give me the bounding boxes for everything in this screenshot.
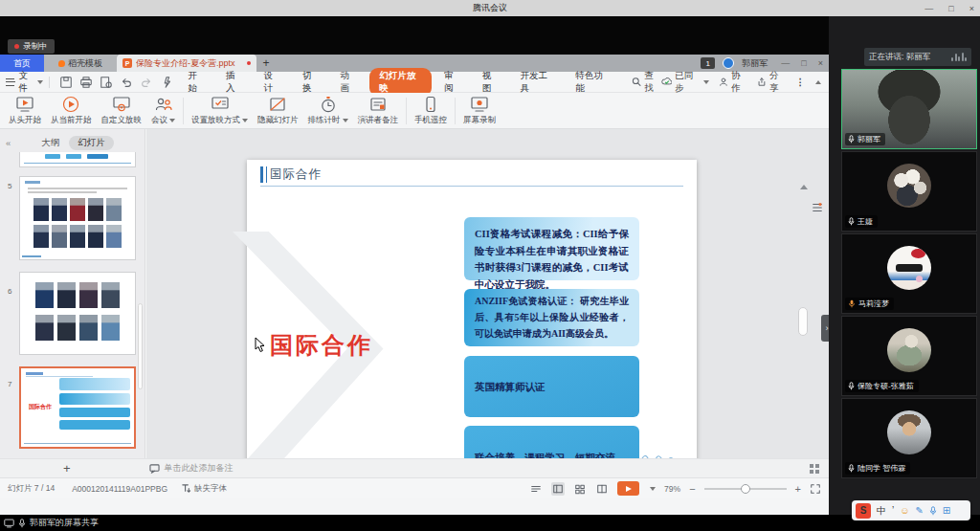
slide-textbox-3[interactable]: 英国精算师认证 bbox=[464, 356, 639, 417]
cloud-synced-icon bbox=[661, 77, 672, 87]
participant-tile[interactable]: 王婕 bbox=[841, 151, 977, 232]
tab-slides[interactable]: 幻灯片 bbox=[69, 136, 114, 150]
play-options-caret-icon[interactable] bbox=[650, 487, 656, 491]
recording-badge[interactable]: 录制中 bbox=[8, 39, 55, 54]
participant-tile[interactable]: 陆同学 智伟霖 bbox=[841, 398, 977, 478]
panel-collapse-icon[interactable]: « bbox=[6, 138, 11, 148]
zoom-in-button[interactable]: + bbox=[795, 483, 801, 495]
ime-pen-icon[interactable]: ✎ bbox=[915, 505, 923, 516]
participant-tile[interactable]: 保险专硕-张雅茹 bbox=[841, 316, 977, 396]
docer-flame-icon bbox=[58, 60, 65, 67]
hide-slide-button[interactable]: 隐藏幻灯片 bbox=[253, 94, 303, 128]
message-count-badge[interactable]: 1 bbox=[701, 57, 715, 69]
undo-icon[interactable] bbox=[120, 76, 133, 89]
reading-view-icon[interactable] bbox=[595, 482, 609, 496]
screen-record-button[interactable]: 屏幕录制 bbox=[458, 94, 501, 128]
slide-heading[interactable]: 国际合作 bbox=[270, 166, 322, 183]
preview-icon[interactable] bbox=[100, 76, 113, 89]
add-slide-button[interactable]: + bbox=[63, 461, 71, 476]
phone-remote-button[interactable]: 手机遥控 bbox=[410, 94, 452, 128]
slide-textbox-2[interactable]: ANZIIF免试资格认证： 研究生毕业后、具有5年以上保险从业经验者，可以免试申… bbox=[464, 289, 639, 346]
wps-close-button[interactable]: × bbox=[818, 58, 823, 68]
ime-emoji-icon[interactable]: ☺ bbox=[900, 505, 909, 516]
tab-templates[interactable]: 稻壳模板 bbox=[44, 55, 117, 72]
file-caret-icon bbox=[37, 80, 43, 84]
wps-minimize-button[interactable]: — bbox=[781, 58, 790, 68]
slide-sorter-view-icon[interactable] bbox=[573, 482, 587, 496]
hamburger-icon[interactable] bbox=[6, 78, 14, 86]
tab-outline[interactable]: 大纲 bbox=[41, 137, 59, 149]
close-button[interactable]: × bbox=[969, 4, 974, 13]
wps-maximize-button[interactable]: □ bbox=[801, 58, 806, 68]
share-button[interactable]: 分享 bbox=[757, 70, 786, 95]
normal-view-icon[interactable] bbox=[551, 482, 565, 496]
collapse-ribbon-icon[interactable] bbox=[815, 80, 821, 84]
menu-features[interactable]: 特色功能 bbox=[565, 70, 620, 95]
menu-devtools[interactable]: 开发工具 bbox=[510, 70, 566, 95]
slide-thumbnail-7-selected[interactable]: 国际合作 bbox=[19, 366, 136, 449]
menu-file[interactable]: 文件 bbox=[18, 70, 35, 95]
account-name[interactable]: 郭丽军 bbox=[742, 57, 768, 70]
ime-punctuation-icon[interactable]: ’ bbox=[892, 505, 894, 516]
setup-show-button[interactable]: 设置放映方式 bbox=[187, 94, 253, 128]
slide-thumbnail-partial[interactable] bbox=[19, 152, 136, 167]
menu-design[interactable]: 设计 bbox=[254, 70, 292, 95]
account-avatar[interactable] bbox=[723, 57, 734, 69]
redo-icon[interactable] bbox=[140, 76, 153, 89]
menu-view[interactable]: 视图 bbox=[472, 70, 510, 95]
slide-layout-grid-icon[interactable] bbox=[810, 464, 819, 474]
missing-font-label[interactable]: 缺失字体 bbox=[194, 483, 227, 495]
slide-thumbnail-6[interactable] bbox=[19, 272, 136, 355]
custom-slideshow-button[interactable]: 自定义放映 bbox=[97, 94, 147, 128]
find-button[interactable]: 查找 bbox=[632, 70, 661, 95]
mic-icon bbox=[848, 464, 855, 473]
menu-insert[interactable]: 插入 bbox=[215, 70, 254, 95]
slide-7[interactable]: 国际合作 国际合作 CII资格考试课程减免：CII给予保险专业本科生在申请其职业… bbox=[247, 160, 697, 458]
minimize-button[interactable]: — bbox=[924, 4, 933, 13]
menu-review[interactable]: 审阅 bbox=[434, 70, 472, 95]
meeting-button[interactable]: 会议 bbox=[146, 94, 180, 128]
ime-mode-chinese[interactable]: 中 bbox=[877, 504, 886, 518]
sogou-logo-icon[interactable]: S bbox=[856, 503, 871, 519]
zoom-slider[interactable] bbox=[704, 488, 787, 490]
slide-side-label[interactable]: 国际合作 bbox=[270, 330, 373, 361]
avatar bbox=[887, 410, 931, 454]
slide-textbox-4[interactable]: 联合培养、课程学习、短期交流 bbox=[464, 426, 639, 458]
canvas-scrollbar[interactable] bbox=[798, 307, 808, 336]
participant-tile[interactable]: 马莉滢梦 bbox=[841, 233, 977, 314]
layout-options-icon[interactable] bbox=[812, 202, 823, 213]
notes-placeholder[interactable]: 单击此处添加备注 bbox=[165, 462, 234, 475]
menu-transition[interactable]: 切换 bbox=[292, 70, 330, 95]
fullscreen-icon[interactable] bbox=[810, 483, 821, 495]
menu-start[interactable]: 开始 bbox=[177, 70, 215, 95]
zoom-out-button[interactable]: − bbox=[689, 483, 695, 495]
presenter-notes-button[interactable]: 演讲者备注 bbox=[353, 94, 404, 128]
outline-view-icon[interactable] bbox=[529, 482, 543, 496]
sync-status[interactable]: 已同步 bbox=[661, 70, 710, 95]
slide-canvas-area[interactable]: 国际合作 国际合作 CII资格考试课程减免：CII给予保险专业本科生在申请其职业… bbox=[146, 129, 829, 458]
ime-toolbar[interactable]: S 中 ’ ☺ ✎ ⊞ bbox=[852, 500, 970, 520]
title-bars-icon bbox=[260, 166, 267, 183]
slide-thumbnail-5[interactable] bbox=[19, 176, 136, 260]
ime-mic-icon[interactable] bbox=[929, 506, 937, 516]
thumbnail-scrollbar[interactable] bbox=[138, 303, 143, 389]
play-from-current-button[interactable]: 从当前开始 bbox=[46, 94, 97, 128]
scroll-up-icon[interactable] bbox=[800, 185, 808, 189]
slide-textbox-1[interactable]: CII资格考试课程减免：CII给予保险专业本科生在申请其职业资格证书时获得3门课… bbox=[464, 217, 639, 280]
zoom-level[interactable]: 79% bbox=[664, 484, 680, 494]
more-menu-icon[interactable]: ⋮ bbox=[795, 77, 806, 87]
play-from-start-button[interactable]: 从头开始 bbox=[4, 94, 46, 128]
slideshow-play-button[interactable] bbox=[617, 481, 639, 496]
menu-slideshow-active[interactable]: 幻灯片放映 bbox=[369, 68, 432, 97]
ime-toolbox-icon[interactable]: ⊞ bbox=[943, 505, 950, 516]
collaborate-button[interactable]: 协作 bbox=[719, 70, 747, 95]
rehearse-timing-button[interactable]: 排练计时 bbox=[303, 94, 353, 128]
zoom-slider-knob[interactable] bbox=[741, 484, 750, 494]
save-icon[interactable] bbox=[59, 76, 73, 89]
maximize-button[interactable]: □ bbox=[948, 4, 953, 13]
format-painter-icon[interactable] bbox=[160, 76, 173, 89]
signature-scribble bbox=[639, 449, 683, 458]
participant-tile-video[interactable]: 郭丽军 bbox=[841, 69, 977, 149]
menu-animation[interactable]: 动画 bbox=[329, 70, 368, 95]
print-icon[interactable] bbox=[79, 76, 93, 89]
